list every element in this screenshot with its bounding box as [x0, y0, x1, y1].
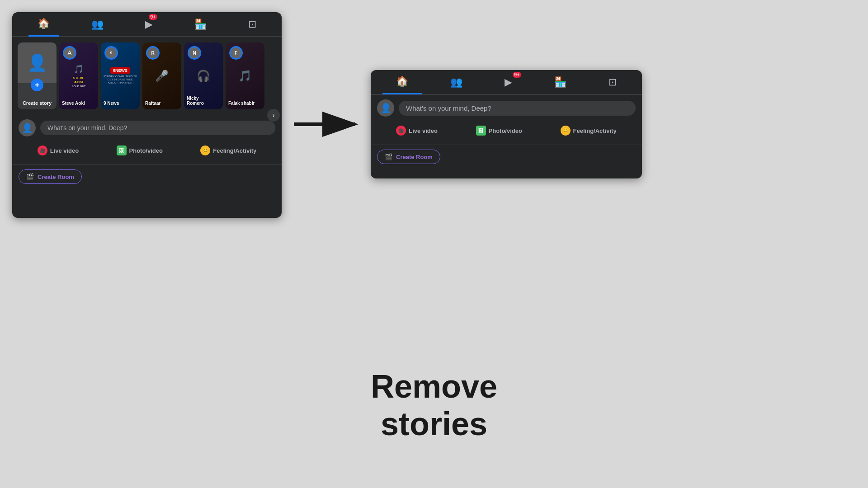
right-feeling-activity-button[interactable]: 😊 Feeling/Activity: [556, 123, 621, 138]
story-card-nicky[interactable]: 🎧 N NickyRomero: [184, 42, 223, 109]
live-video-button[interactable]: 🎥 Live video: [33, 143, 84, 158]
right-nav-item-groups[interactable]: ⊡: [595, 70, 630, 94]
9news-name: 9 News: [104, 101, 137, 106]
photo-video-label: Photo/video: [129, 147, 163, 154]
right-composer-actions: 🎥 Live video 🖼 Photo/video 😊 Feeling/Act…: [377, 121, 636, 140]
bottom-text-line1: Remove: [0, 368, 868, 405]
9news-avatar: 9: [104, 46, 118, 60]
right-groups-icon: ⊡: [609, 76, 617, 88]
feeling-activity-icon: 😊: [200, 145, 210, 155]
friends-icon: 👥: [91, 19, 104, 30]
right-room-icon: 🎬: [385, 153, 392, 160]
post-input[interactable]: What's on your mind, Deep?: [40, 121, 275, 135]
nav-item-home[interactable]: 🏠: [28, 12, 59, 37]
right-photo-video-button[interactable]: 🖼 Photo/video: [472, 123, 527, 138]
arrow-container: [289, 111, 362, 138]
create-story-label: Create story: [18, 100, 57, 106]
right-nav-item-video[interactable]: ▶ 9+: [491, 70, 526, 94]
nav-item-groups[interactable]: ⊡: [239, 12, 265, 37]
right-create-room-section: 🎬 Create Room: [371, 145, 642, 169]
default-avatar-icon: 👤: [27, 53, 47, 72]
raftaar-name: Raftaar: [145, 101, 179, 106]
right-facebook-panel: 🏠 👥 ▶ 9+ 🏪 ⊡ 👤 What's on your mind: [371, 70, 642, 178]
stories-section: 👤 + Create story 🎵 STEVE AOKI SOLD OUT A: [12, 37, 282, 115]
video-icon: ▶: [145, 19, 153, 30]
right-live-video-label: Live video: [409, 127, 438, 134]
stories-next-button[interactable]: ›: [267, 109, 280, 115]
left-create-room-section: 🎬 Create Room: [12, 165, 282, 188]
left-facebook-panel: 🏠 👥 ▶ 9+ 🏪 ⊡ 👤 + Cr: [12, 12, 282, 218]
falak-name: Falak shabir: [228, 101, 262, 106]
photo-video-button[interactable]: 🖼 Photo/video: [112, 143, 167, 158]
right-friends-icon: 👥: [450, 76, 462, 88]
feeling-activity-button[interactable]: 😊 Feeling/Activity: [196, 143, 261, 158]
right-home-icon: 🏠: [396, 75, 408, 87]
feeling-activity-label: Feeling/Activity: [213, 147, 256, 154]
right-photo-video-label: Photo/video: [489, 127, 522, 134]
live-video-icon: 🎥: [38, 145, 47, 155]
story-card-raftaar[interactable]: 🎤 R Raftaar: [142, 42, 181, 109]
right-video-icon: ▶: [505, 76, 512, 88]
right-feeling-icon: 😊: [561, 126, 571, 136]
right-live-video-icon: 🎥: [396, 126, 406, 136]
nav-item-marketplace[interactable]: 🏪: [185, 12, 216, 37]
right-nav-item-marketplace[interactable]: 🏪: [541, 70, 580, 94]
right-post-composer: 👤 What's on your mind, Deep? 🎥 Live vide…: [371, 95, 642, 145]
composer-avatar: 👤: [19, 119, 36, 136]
marketplace-icon: 🏪: [194, 19, 207, 30]
right-photo-video-icon: 🖼: [476, 126, 486, 136]
right-composer-avatar: 👤: [377, 99, 394, 117]
left-nav-bar: 🏠 👥 ▶ 9+ 🏪 ⊡: [12, 12, 282, 37]
aoki-name: Steve Aoki: [62, 101, 95, 106]
composer-avatar-icon: 👤: [22, 122, 33, 133]
story-card-9news[interactable]: 9NEWS SYDNEY COMPUTERS TO GET 14 DAYS FR…: [101, 42, 140, 109]
video-badge: 9+: [149, 14, 157, 20]
page-container: 🏠 👥 ▶ 9+ 🏪 ⊡ 👤 + Cr: [0, 0, 868, 488]
right-feeling-label: Feeling/Activity: [573, 127, 617, 134]
right-nav-bar: 🏠 👥 ▶ 9+ 🏪 ⊡: [371, 70, 642, 95]
composer-actions: 🎥 Live video 🖼 Photo/video 😊 Feeling/Act…: [19, 141, 275, 160]
left-post-composer: 👤 What's on your mind, Deep? 🎥 Live vide…: [12, 115, 282, 165]
right-nav-item-friends[interactable]: 👥: [437, 70, 476, 94]
story-card-steve-aoki[interactable]: 🎵 STEVE AOKI SOLD OUT A Steve Aoki: [59, 42, 98, 109]
create-story-card[interactable]: 👤 + Create story: [18, 42, 57, 109]
right-marketplace-icon: 🏪: [554, 76, 566, 88]
nav-item-video[interactable]: ▶ 9+: [136, 12, 162, 37]
right-nav-item-home[interactable]: 🏠: [382, 70, 422, 94]
right-avatar-icon: 👤: [380, 103, 392, 113]
right-post-input[interactable]: What's on your mind, Deep?: [399, 101, 636, 116]
bottom-text-line2: stories: [0, 405, 868, 443]
right-create-room-button[interactable]: 🎬 Create Room: [377, 150, 440, 164]
raftaar-avatar: R: [146, 46, 160, 60]
right-live-video-button[interactable]: 🎥 Live video: [392, 123, 442, 138]
live-video-label: Live video: [50, 147, 79, 154]
nav-item-friends[interactable]: 👥: [82, 12, 113, 37]
left-create-room-label: Create Room: [38, 174, 74, 180]
arrow-svg: [289, 111, 362, 138]
create-story-avatar-bg: 👤: [18, 42, 57, 83]
story-card-falak[interactable]: 🎵 F Falak shabir: [226, 42, 264, 109]
room-icon: 🎬: [26, 173, 34, 180]
right-video-badge: 9+: [513, 72, 521, 78]
create-story-plus-button[interactable]: +: [31, 79, 43, 91]
photo-video-icon: 🖼: [117, 145, 127, 155]
nicky-name: NickyRomero: [187, 96, 220, 106]
aoki-avatar: A: [63, 46, 76, 60]
groups-icon: ⊡: [248, 19, 256, 30]
bottom-text-container: Remove stories: [0, 368, 868, 443]
nicky-avatar: N: [188, 46, 201, 60]
left-create-room-button[interactable]: 🎬 Create Room: [19, 169, 82, 184]
composer-input-row: 👤 What's on your mind, Deep?: [19, 119, 275, 136]
home-icon: 🏠: [38, 18, 50, 29]
falak-avatar: F: [229, 46, 243, 60]
right-composer-input-row: 👤 What's on your mind, Deep?: [377, 99, 636, 117]
right-create-room-label: Create Room: [396, 154, 433, 160]
